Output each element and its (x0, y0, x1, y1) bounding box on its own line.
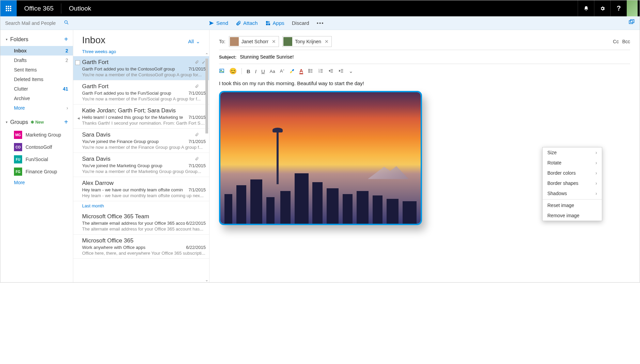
folder-item[interactable]: Clutter41 (0, 84, 73, 94)
search-icon[interactable] (64, 20, 69, 26)
chevron-down-icon: ⌄ (196, 38, 200, 45)
apps-label: Apps (273, 20, 284, 26)
context-menu-item[interactable]: Border shapes› (543, 178, 602, 188)
recipient-chip[interactable]: Janet Schorr ✕ (229, 36, 279, 47)
add-group-icon[interactable]: + (64, 118, 68, 126)
groups-header[interactable]: ▾ Groups ✱ New + (0, 115, 73, 129)
message-date: 6/22/2015 (186, 221, 206, 226)
app-name: Outlook (61, 5, 98, 12)
font-color-icon[interactable]: A (299, 68, 303, 74)
message-item[interactable]: Sara DavisYou've joined the Finance Grou… (73, 129, 209, 153)
context-menu-item[interactable]: Shadows› (543, 188, 602, 199)
send-button[interactable]: Send (209, 20, 228, 26)
attachment-icon (195, 156, 199, 162)
bullet-list-icon[interactable] (308, 68, 313, 75)
send-label: Send (216, 20, 228, 26)
underline-icon[interactable]: U (261, 68, 265, 74)
folder-item[interactable]: Inbox2 (0, 46, 73, 56)
more-format-icon[interactable]: ⌄ (349, 68, 353, 74)
bold-icon[interactable]: B (247, 68, 250, 74)
group-avatar: CO (14, 143, 22, 151)
message-item[interactable]: Alex DarrowHey team - we have our monthl… (73, 177, 209, 201)
chevron-right-icon: › (595, 160, 597, 165)
notifications-icon[interactable] (578, 0, 594, 16)
context-menu-item[interactable]: Size› (543, 147, 602, 158)
chevron-right-icon: › (595, 170, 597, 176)
svg-point-10 (309, 72, 309, 73)
message-sender: Alex Darrow (82, 180, 206, 187)
message-date: 7/1/2015 (188, 163, 206, 168)
popout-icon[interactable] (628, 19, 635, 27)
folder-item[interactable]: Deleted Items (0, 75, 73, 84)
group-name: Fun/Social (26, 157, 48, 162)
group-item[interactable]: MGMarketing Group (0, 129, 73, 141)
attachment-icon (195, 132, 199, 138)
folder-name: Sent Items (14, 67, 37, 73)
discard-button[interactable]: Discard (292, 20, 309, 26)
message-subject: Garth Fort added you to the ContosoGolf … (82, 66, 175, 72)
cc-button[interactable]: Cc (613, 39, 619, 44)
group-item[interactable]: FUFun/Social (0, 153, 73, 165)
folder-item[interactable]: Drafts2 (0, 56, 73, 65)
group-item[interactable]: COContosoGolf (0, 141, 73, 153)
message-item[interactable]: Garth FortGarth Fort added you to the Fu… (73, 80, 209, 105)
message-item[interactable]: Sara DavisYou've joined the Marketing Gr… (73, 153, 209, 177)
folders-more[interactable]: More › (0, 103, 73, 113)
context-menu-item[interactable]: Remove image (543, 210, 602, 221)
attach-button[interactable]: Attach (236, 20, 258, 26)
message-item[interactable]: ✓Garth FortGarth Fort added you to the C… (73, 56, 209, 80)
context-menu-item[interactable]: Rotate› (543, 158, 602, 168)
add-folder-icon[interactable]: + (64, 35, 68, 43)
folder-item[interactable]: Archive (0, 94, 73, 103)
help-icon[interactable]: ? (610, 0, 627, 16)
message-preview: You're now a member of the Marketing Gro… (82, 169, 206, 174)
folders-header[interactable]: ▾ Folders + (0, 33, 73, 46)
highlight-icon[interactable] (289, 68, 295, 75)
user-avatar[interactable] (627, 0, 638, 16)
message-sender: Garth Fort (82, 83, 206, 90)
context-menu-item[interactable]: Reset image (543, 200, 602, 210)
scrollbar[interactable]: ⌃ ⌄ (204, 52, 209, 282)
search-input[interactable] (5, 20, 60, 26)
message-item[interactable]: ◄Katie Jordan; Garth Fort; Sara DavisHel… (73, 105, 209, 129)
groups-more[interactable]: More (0, 178, 73, 187)
filter-dropdown[interactable]: All ⌄ (188, 38, 200, 45)
italic-icon[interactable]: I (255, 68, 256, 74)
remove-recipient-icon[interactable]: ✕ (324, 39, 329, 44)
outdent-icon[interactable] (328, 68, 334, 75)
app-launcher-icon[interactable] (0, 0, 17, 16)
number-list-icon[interactable]: 123 (318, 68, 324, 75)
more-actions-icon[interactable]: ••• (317, 20, 324, 26)
message-checkbox[interactable] (75, 60, 80, 65)
attachment-icon (195, 84, 199, 90)
bcc-button[interactable]: Bcc (622, 39, 630, 44)
recipient-chip[interactable]: Tony Krijnen ✕ (282, 36, 332, 47)
folder-item[interactable]: Sent Items (0, 65, 73, 75)
svg-rect-4 (220, 69, 224, 73)
attach-label: Attach (243, 20, 258, 26)
message-subject: Garth Fort added you to the Fun/Social g… (82, 91, 171, 96)
font-superscript-icon[interactable]: A+ (280, 68, 284, 74)
context-menu-item[interactable]: Border colors› (543, 168, 602, 178)
insert-image-icon[interactable] (219, 68, 224, 75)
group-item[interactable]: FGFinance Group (0, 165, 73, 178)
scroll-up-icon[interactable]: ⌃ (205, 52, 208, 57)
message-preview: You're now a member of the Finance Group… (82, 145, 206, 150)
compose-body[interactable]: I took this on my run this morning. Beau… (219, 78, 630, 91)
group-last-month: Last month (73, 201, 209, 210)
message-item[interactable]: Microsoft Office 365 TeamThe alternate e… (73, 210, 209, 235)
font-size-icon[interactable]: Aa (270, 69, 275, 74)
message-item[interactable]: Microsoft Office 365Work anywhere with O… (73, 235, 209, 259)
svg-point-8 (309, 70, 309, 71)
message-preview: The alternate email address for your Off… (82, 226, 206, 232)
emoji-icon[interactable]: 😊 (229, 67, 237, 75)
settings-icon[interactable] (594, 0, 610, 16)
scroll-thumb[interactable] (205, 59, 208, 133)
remove-recipient-icon[interactable]: ✕ (271, 39, 277, 44)
subject-input[interactable] (240, 54, 630, 60)
indent-icon[interactable] (339, 68, 344, 75)
folder-name: Archive (14, 96, 30, 101)
inserted-image[interactable] (219, 91, 422, 225)
scroll-down-icon[interactable]: ⌄ (205, 278, 208, 282)
apps-button[interactable]: Apps (265, 20, 284, 26)
